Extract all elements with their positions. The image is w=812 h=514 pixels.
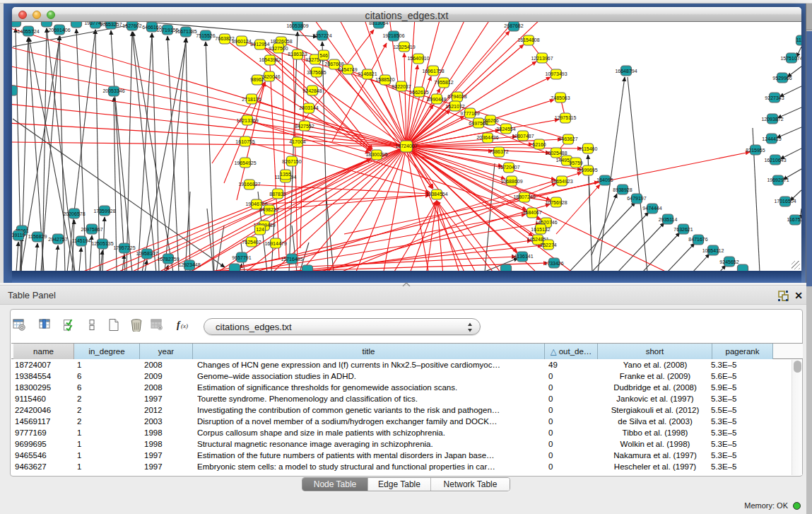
svg-text:9242848: 9242848	[302, 88, 322, 93]
svg-text:6497568: 6497568	[469, 121, 488, 126]
svg-text:1145194: 1145194	[72, 238, 91, 243]
svg-text:9327500: 9327500	[269, 46, 288, 51]
svg-text:3875685: 3875685	[307, 70, 326, 75]
svg-text:2718176: 2718176	[242, 97, 261, 102]
svg-text:7357224: 7357224	[312, 33, 331, 38]
svg-text:16053809: 16053809	[286, 23, 308, 28]
svg-text:95759: 95759	[569, 160, 583, 165]
svg-text:9529966: 9529966	[772, 76, 792, 81]
svg-text:17359928: 17359928	[93, 209, 115, 214]
svg-text:18724007: 18724007	[395, 144, 417, 148]
svg-text:62160: 62160	[532, 142, 546, 147]
svg-text:8454749: 8454749	[338, 67, 357, 72]
svg-text:1112: 1112	[796, 37, 801, 42]
svg-text:9474444: 9474444	[642, 206, 661, 211]
svg-text:12923448: 12923448	[178, 262, 200, 267]
svg-text:1733426: 1733426	[544, 261, 563, 266]
svg-text:124: 124	[256, 227, 264, 232]
svg-text:7485063: 7485063	[551, 95, 570, 100]
svg-text:8322037: 8322037	[392, 84, 411, 89]
svg-text:887833: 887833	[269, 192, 286, 197]
svg-text:20364436: 20364436	[476, 135, 498, 140]
svg-text:2935114: 2935114	[659, 217, 678, 222]
svg-text:417004: 417004	[289, 139, 305, 144]
svg-text:546: 546	[319, 53, 328, 58]
svg-text:8186323: 8186323	[288, 52, 307, 57]
svg-text:18807249: 18807249	[513, 194, 535, 199]
svg-text:19046756: 19046756	[245, 201, 267, 206]
svg-text:16671385: 16671385	[175, 29, 196, 34]
svg-text:1527602: 1527602	[122, 23, 141, 28]
svg-text:19166827: 19166827	[238, 182, 260, 187]
svg-text:15751074: 15751074	[780, 56, 801, 61]
svg-text:98962: 98962	[250, 77, 264, 82]
svg-text:9146821: 9146821	[358, 71, 377, 76]
svg-text:8960124: 8960124	[232, 39, 251, 44]
svg-text:9227343: 9227343	[765, 95, 784, 100]
svg-text:1588520: 1588520	[375, 77, 394, 82]
svg-text:16210643: 16210643	[764, 158, 786, 163]
svg-text:16782759: 16782759	[157, 257, 179, 262]
svg-text:12213369: 12213369	[236, 118, 258, 123]
svg-text:9115460: 9115460	[579, 146, 598, 151]
svg-text:20975867: 20975867	[81, 227, 102, 232]
svg-text:14136141: 14136141	[511, 254, 533, 259]
svg-text:9463627: 9463627	[558, 136, 577, 141]
svg-text:19654925: 19654925	[234, 160, 256, 165]
svg-text:9777169: 9777169	[460, 111, 479, 116]
svg-text:8498222: 8498222	[259, 207, 278, 212]
svg-text:2803144: 2803144	[299, 105, 318, 110]
svg-text:12505135: 12505135	[91, 241, 113, 246]
svg-text:8267150: 8267150	[282, 159, 301, 164]
svg-text:8427552: 8427552	[295, 124, 314, 129]
svg-text:8990448: 8990448	[427, 97, 446, 102]
svg-text:7515526: 7515526	[196, 33, 215, 38]
svg-text:15716485: 15716485	[281, 257, 302, 262]
svg-text:164095: 164095	[596, 177, 613, 182]
svg-text:10958107: 10958107	[136, 251, 158, 256]
svg-text:16648794: 16648794	[615, 69, 637, 74]
svg-text:16961758: 16961758	[422, 69, 444, 74]
svg-text:9245652: 9245652	[719, 259, 739, 264]
svg-text:12975115: 12975115	[555, 115, 577, 120]
svg-text:1562615: 1562615	[409, 90, 428, 95]
svg-text:2867608: 2867608	[324, 62, 343, 66]
svg-text:3824554: 3824554	[496, 127, 515, 132]
svg-text:6479197: 6479197	[627, 196, 646, 201]
svg-text:7632621: 7632621	[673, 227, 693, 232]
svg-text:10654112: 10654112	[702, 248, 724, 253]
svg-text:(x): (x)	[181, 322, 188, 329]
svg-text:8912954: 8912954	[250, 42, 269, 47]
svg-text:6794028: 6794028	[447, 94, 466, 99]
svg-text:10756928: 10756928	[545, 200, 567, 205]
svg-text:7386372: 7386372	[489, 149, 508, 154]
svg-text:12325419: 12325419	[393, 45, 415, 49]
svg-text:17016504: 17016504	[774, 199, 796, 204]
svg-text:20206578: 20206578	[63, 211, 85, 216]
svg-text:3684067: 3684067	[522, 210, 541, 215]
svg-text:9699695: 9699695	[578, 168, 597, 173]
svg-text:10025488: 10025488	[545, 151, 567, 156]
svg-text:19384554: 19384554	[425, 192, 447, 197]
svg-text:15640910: 15640910	[407, 56, 429, 61]
svg-text:1621072: 1621072	[445, 104, 464, 109]
svg-text:19654923: 19654923	[551, 179, 572, 184]
svg-text:16154808: 16154808	[517, 37, 539, 42]
svg-text:8215955: 8215955	[746, 148, 765, 153]
svg-text:14055724: 14055724	[17, 29, 39, 34]
svg-text:20691406: 20691406	[48, 28, 70, 33]
svg-text:116753: 116753	[787, 217, 801, 222]
svg-text:2687682: 2687682	[504, 23, 523, 28]
svg-text:17957225: 17957225	[113, 245, 135, 250]
svg-text:19218506: 19218506	[382, 33, 404, 38]
svg-text:8938928: 8938928	[613, 187, 632, 192]
svg-text:7955812: 7955812	[434, 80, 453, 85]
svg-text:19692971: 19692971	[767, 177, 789, 182]
svg-text:8471676: 8471676	[688, 237, 707, 242]
svg-text:7625402: 7625402	[242, 240, 261, 245]
svg-text:10807487: 10807487	[512, 134, 534, 139]
svg-text:16914479: 16914479	[264, 241, 286, 246]
svg-text:1610755: 1610755	[235, 139, 254, 144]
svg-text:252274: 252274	[540, 243, 556, 247]
svg-text:12213967: 12213967	[531, 56, 553, 61]
